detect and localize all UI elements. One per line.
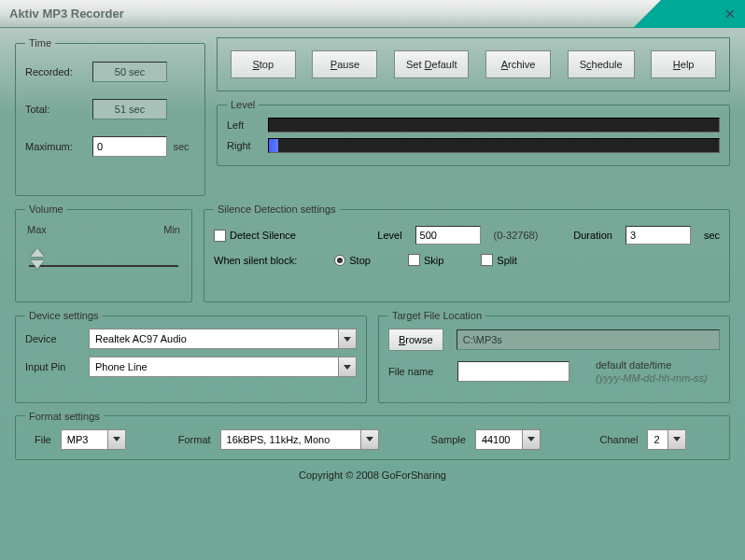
schedule-button[interactable]: Schedule xyxy=(568,50,635,78)
chevron-down-icon[interactable] xyxy=(107,429,126,450)
set-default-button[interactable]: Set Default xyxy=(394,50,469,78)
format-legend: Format settings xyxy=(25,411,104,422)
when-silent-label: When silent block: xyxy=(214,255,297,266)
volume-max-label: Max xyxy=(27,224,47,235)
level-right-meter xyxy=(268,138,720,153)
main-toolbar: Stop Pause Set Default Archive Schedule … xyxy=(217,37,730,91)
app-window: Aktiv MP3 Recorder ✕ Time Recorded: 50 s… xyxy=(0,0,745,560)
device-label: Device xyxy=(25,333,81,344)
detect-silence-checkbox[interactable]: Detect Silence xyxy=(214,230,296,242)
titlebar: Aktiv MP3 Recorder ✕ xyxy=(0,0,745,28)
app-title: Aktiv MP3 Recorder xyxy=(9,7,124,21)
file-label: File xyxy=(35,434,51,445)
volume-group: Volume Max Min xyxy=(15,203,192,302)
filename-label: File name xyxy=(388,366,450,377)
level-right-label: Right xyxy=(227,140,260,151)
silence-level-label: Level xyxy=(377,230,401,241)
recorded-label: Recorded: xyxy=(25,66,92,77)
browse-button[interactable]: Browse xyxy=(388,329,443,351)
sample-label: Sample xyxy=(431,434,466,445)
checkbox-icon xyxy=(214,230,226,242)
input-pin-combo[interactable] xyxy=(89,357,357,377)
pause-button[interactable]: Pause xyxy=(312,50,377,78)
chevron-down-icon[interactable] xyxy=(522,429,541,450)
maximum-input[interactable] xyxy=(92,136,167,157)
volume-thumb[interactable] xyxy=(29,248,46,276)
silence-opt-stop[interactable]: Stop xyxy=(334,255,371,266)
archive-button[interactable]: Archive xyxy=(485,50,551,78)
filename-input[interactable] xyxy=(457,361,569,382)
silence-opt-skip[interactable]: Skip xyxy=(408,254,443,266)
footer-copyright: Copyright © 2008 GoForSharing xyxy=(15,464,730,486)
silence-sec-unit: sec xyxy=(704,230,720,241)
target-legend: Target File Location xyxy=(388,310,485,321)
target-path: C:\MP3s xyxy=(457,329,720,350)
format-group: Format settings File Format Sample xyxy=(15,411,730,460)
level-group: Level Left Right xyxy=(217,99,730,166)
time-legend: Time xyxy=(25,37,55,49)
device-combo[interactable] xyxy=(89,329,357,349)
level-left-meter xyxy=(268,118,720,133)
format-combo[interactable] xyxy=(220,429,379,450)
volume-slider[interactable] xyxy=(25,241,182,278)
silence-legend: Silence Detection settings xyxy=(214,203,340,215)
recorded-value: 50 sec xyxy=(92,62,167,82)
chevron-down-icon[interactable] xyxy=(668,429,686,450)
input-pin-label: Input Pin xyxy=(25,361,81,372)
silence-duration-label: Duration xyxy=(573,230,612,241)
help-button[interactable]: Help xyxy=(651,50,716,78)
device-legend: Device settings xyxy=(25,310,103,321)
file-format-combo[interactable] xyxy=(61,429,126,450)
sample-combo[interactable] xyxy=(475,429,548,450)
silence-group: Silence Detection settings Detect Silenc… xyxy=(204,203,730,302)
chevron-down-icon[interactable] xyxy=(338,329,357,349)
silence-range-hint: (0-32768) xyxy=(494,230,539,241)
total-label: Total: xyxy=(25,104,92,115)
maximum-label: Maximum: xyxy=(25,141,92,152)
silence-duration-input[interactable] xyxy=(626,226,691,245)
sec-unit: sec xyxy=(167,141,195,152)
stop-button[interactable]: Stop xyxy=(231,50,296,78)
filename-hint: default date/time (yyyy-MM-dd-hh-mm-ss) xyxy=(596,358,708,385)
channel-combo[interactable] xyxy=(647,429,720,450)
target-group: Target File Location Browse C:\MP3s File… xyxy=(378,310,730,403)
format-label: Format xyxy=(178,434,211,445)
level-left-label: Left xyxy=(227,119,260,131)
silence-opt-split[interactable]: Split xyxy=(481,254,516,266)
close-icon[interactable]: ✕ xyxy=(723,7,738,21)
chevron-down-icon[interactable] xyxy=(360,429,379,450)
volume-legend: Volume xyxy=(25,203,67,215)
device-group: Device settings Device Input Pin xyxy=(15,310,367,403)
level-legend: Level xyxy=(227,99,259,110)
silence-level-input[interactable] xyxy=(415,226,481,245)
total-value: 51 sec xyxy=(92,99,167,119)
channel-label: Channel xyxy=(599,434,638,445)
time-group: Time Recorded: 50 sec Total: 51 sec Maxi… xyxy=(15,37,205,196)
volume-min-label: Min xyxy=(163,224,180,235)
chevron-down-icon[interactable] xyxy=(338,357,357,377)
